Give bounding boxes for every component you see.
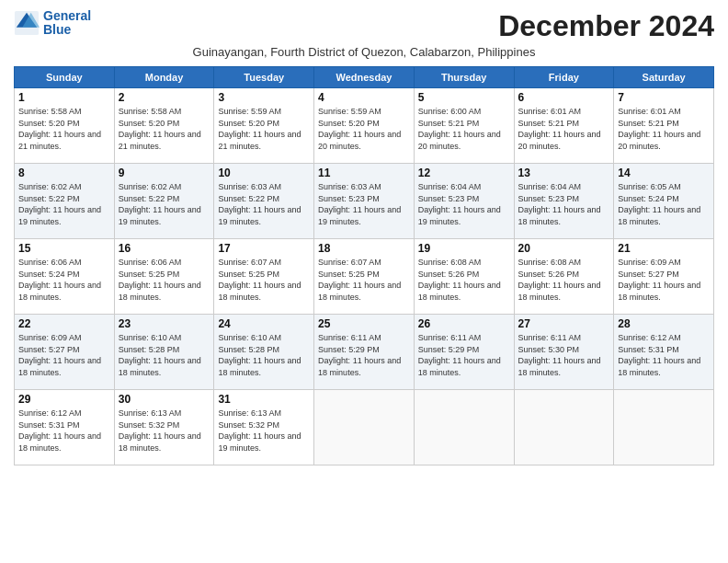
day-number: 28: [618, 317, 710, 330]
logo-icon: [14, 10, 40, 36]
day-cell-14: 14Sunrise: 6:05 AMSunset: 5:24 PMDayligh…: [614, 164, 714, 239]
day-info: Sunrise: 6:07 AMSunset: 5:25 PMDaylight:…: [218, 257, 310, 303]
empty-cell: [614, 390, 714, 465]
day-info: Sunrise: 6:00 AMSunset: 5:21 PMDaylight:…: [418, 106, 510, 152]
day-number: 5: [418, 91, 510, 104]
day-info: Sunrise: 6:07 AMSunset: 5:25 PMDaylight:…: [318, 257, 410, 303]
day-info: Sunrise: 6:11 AMSunset: 5:30 PMDaylight:…: [518, 332, 610, 378]
day-number: 6: [518, 91, 610, 104]
day-info: Sunrise: 5:58 AMSunset: 5:20 PMDaylight:…: [119, 106, 210, 152]
empty-cell: [514, 390, 614, 465]
day-info: Sunrise: 6:02 AMSunset: 5:22 PMDaylight:…: [119, 181, 210, 227]
day-info: Sunrise: 6:09 AMSunset: 5:27 PMDaylight:…: [618, 257, 710, 303]
logo: General Blue: [14, 9, 91, 38]
day-number: 11: [318, 167, 410, 179]
week-row-3: 15Sunrise: 6:06 AMSunset: 5:24 PMDayligh…: [15, 239, 714, 315]
day-info: Sunrise: 6:11 AMSunset: 5:29 PMDaylight:…: [418, 332, 510, 378]
day-cell-5: 5Sunrise: 6:00 AMSunset: 5:21 PMDaylight…: [414, 88, 514, 164]
day-info: Sunrise: 6:06 AMSunset: 5:24 PMDaylight:…: [18, 257, 110, 303]
day-header-tuesday: Tuesday: [214, 67, 314, 88]
day-number: 24: [218, 317, 310, 330]
day-info: Sunrise: 6:09 AMSunset: 5:27 PMDaylight:…: [18, 332, 110, 378]
day-cell-24: 24Sunrise: 6:10 AMSunset: 5:28 PMDayligh…: [214, 315, 314, 390]
day-number: 17: [218, 242, 310, 255]
day-info: Sunrise: 6:06 AMSunset: 5:25 PMDaylight:…: [119, 257, 210, 303]
day-info: Sunrise: 6:08 AMSunset: 5:26 PMDaylight:…: [418, 257, 510, 303]
day-cell-11: 11Sunrise: 6:03 AMSunset: 5:23 PMDayligh…: [314, 164, 415, 239]
day-cell-31: 31Sunrise: 6:13 AMSunset: 5:32 PMDayligh…: [214, 390, 314, 465]
day-header-wednesday: Wednesday: [314, 67, 415, 88]
day-number: 16: [119, 242, 210, 255]
day-cell-15: 15Sunrise: 6:06 AMSunset: 5:24 PMDayligh…: [15, 239, 115, 315]
day-number: 23: [119, 317, 210, 330]
logo-line1: General: [43, 8, 91, 23]
day-info: Sunrise: 6:13 AMSunset: 5:32 PMDaylight:…: [119, 408, 210, 454]
day-cell-2: 2Sunrise: 5:58 AMSunset: 5:20 PMDaylight…: [114, 88, 214, 164]
day-number: 20: [518, 242, 610, 255]
day-info: Sunrise: 6:04 AMSunset: 5:23 PMDaylight:…: [418, 181, 510, 227]
day-info: Sunrise: 6:08 AMSunset: 5:26 PMDaylight:…: [518, 257, 610, 303]
week-row-5: 29Sunrise: 6:12 AMSunset: 5:31 PMDayligh…: [15, 390, 714, 465]
day-cell-28: 28Sunrise: 6:12 AMSunset: 5:31 PMDayligh…: [614, 315, 714, 390]
day-number: 9: [119, 167, 210, 179]
day-cell-23: 23Sunrise: 6:10 AMSunset: 5:28 PMDayligh…: [114, 315, 214, 390]
day-cell-26: 26Sunrise: 6:11 AMSunset: 5:29 PMDayligh…: [414, 315, 514, 390]
day-number: 18: [318, 242, 410, 255]
day-number: 14: [618, 167, 710, 179]
day-number: 8: [18, 167, 110, 179]
day-cell-8: 8Sunrise: 6:02 AMSunset: 5:22 PMDaylight…: [15, 164, 115, 239]
day-cell-20: 20Sunrise: 6:08 AMSunset: 5:26 PMDayligh…: [514, 239, 614, 315]
day-info: Sunrise: 6:04 AMSunset: 5:23 PMDaylight:…: [518, 181, 610, 227]
day-info: Sunrise: 6:11 AMSunset: 5:29 PMDaylight:…: [318, 332, 410, 378]
day-number: 25: [318, 317, 410, 330]
day-info: Sunrise: 6:03 AMSunset: 5:22 PMDaylight:…: [218, 181, 310, 227]
day-info: Sunrise: 5:59 AMSunset: 5:20 PMDaylight:…: [218, 106, 310, 152]
empty-cell: [414, 390, 514, 465]
day-info: Sunrise: 6:01 AMSunset: 5:21 PMDaylight:…: [518, 106, 610, 152]
empty-cell: [314, 390, 415, 465]
day-number: 19: [418, 242, 510, 255]
day-info: Sunrise: 6:12 AMSunset: 5:31 PMDaylight:…: [18, 408, 110, 454]
day-number: 31: [218, 393, 310, 406]
week-row-2: 8Sunrise: 6:02 AMSunset: 5:22 PMDaylight…: [15, 164, 714, 239]
day-cell-6: 6Sunrise: 6:01 AMSunset: 5:21 PMDaylight…: [514, 88, 614, 164]
day-number: 15: [18, 242, 110, 255]
day-number: 7: [618, 91, 710, 104]
week-row-1: 1Sunrise: 5:58 AMSunset: 5:20 PMDaylight…: [15, 88, 714, 164]
day-info: Sunrise: 6:05 AMSunset: 5:24 PMDaylight:…: [618, 181, 710, 227]
day-number: 21: [618, 242, 710, 255]
day-cell-13: 13Sunrise: 6:04 AMSunset: 5:23 PMDayligh…: [514, 164, 614, 239]
day-info: Sunrise: 5:59 AMSunset: 5:20 PMDaylight:…: [318, 106, 410, 152]
day-number: 4: [318, 91, 410, 104]
day-header-sunday: Sunday: [15, 67, 115, 88]
day-cell-3: 3Sunrise: 5:59 AMSunset: 5:20 PMDaylight…: [214, 88, 314, 164]
day-header-friday: Friday: [514, 67, 614, 88]
day-cell-17: 17Sunrise: 6:07 AMSunset: 5:25 PMDayligh…: [214, 239, 314, 315]
day-header-thursday: Thursday: [414, 67, 514, 88]
month-title: December 2024: [498, 9, 714, 43]
day-number: 26: [418, 317, 510, 330]
day-info: Sunrise: 5:58 AMSunset: 5:20 PMDaylight:…: [18, 106, 110, 152]
day-header-monday: Monday: [114, 67, 214, 88]
day-number: 10: [218, 167, 310, 179]
logo-line2: Blue: [43, 22, 71, 37]
calendar-body: 1Sunrise: 5:58 AMSunset: 5:20 PMDaylight…: [15, 88, 714, 465]
day-cell-30: 30Sunrise: 6:13 AMSunset: 5:32 PMDayligh…: [114, 390, 214, 465]
day-header-saturday: Saturday: [614, 67, 714, 88]
day-cell-12: 12Sunrise: 6:04 AMSunset: 5:23 PMDayligh…: [414, 164, 514, 239]
day-number: 27: [518, 317, 610, 330]
day-cell-21: 21Sunrise: 6:09 AMSunset: 5:27 PMDayligh…: [614, 239, 714, 315]
calendar-table: SundayMondayTuesdayWednesdayThursdayFrid…: [14, 66, 714, 465]
day-info: Sunrise: 6:10 AMSunset: 5:28 PMDaylight:…: [119, 332, 210, 378]
day-cell-25: 25Sunrise: 6:11 AMSunset: 5:29 PMDayligh…: [314, 315, 415, 390]
subtitle: Guinayangan, Fourth District of Quezon, …: [14, 45, 714, 59]
day-cell-4: 4Sunrise: 5:59 AMSunset: 5:20 PMDaylight…: [314, 88, 415, 164]
day-cell-16: 16Sunrise: 6:06 AMSunset: 5:25 PMDayligh…: [114, 239, 214, 315]
day-number: 13: [518, 167, 610, 179]
day-number: 1: [18, 91, 110, 104]
day-cell-29: 29Sunrise: 6:12 AMSunset: 5:31 PMDayligh…: [15, 390, 115, 465]
day-info: Sunrise: 6:03 AMSunset: 5:23 PMDaylight:…: [318, 181, 410, 227]
day-info: Sunrise: 6:02 AMSunset: 5:22 PMDaylight:…: [18, 181, 110, 227]
day-info: Sunrise: 6:13 AMSunset: 5:32 PMDaylight:…: [218, 408, 310, 454]
day-info: Sunrise: 6:01 AMSunset: 5:21 PMDaylight:…: [618, 106, 710, 152]
